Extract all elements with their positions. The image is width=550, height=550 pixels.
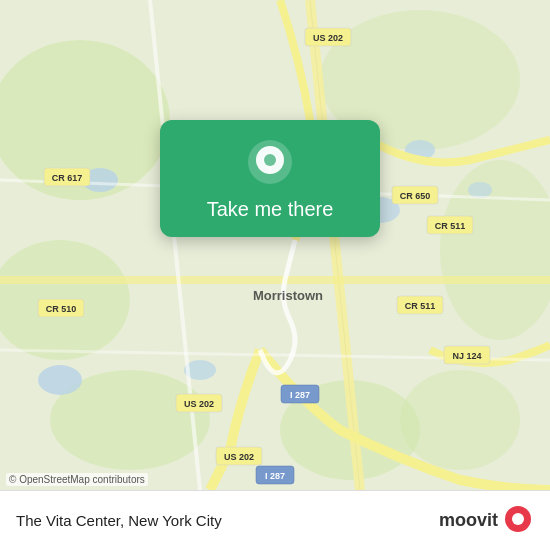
svg-text:I 287: I 287 [290, 390, 310, 400]
location-pin-icon [246, 138, 294, 186]
svg-text:CR 511: CR 511 [405, 301, 436, 311]
svg-point-9 [38, 365, 82, 395]
svg-point-47 [512, 513, 524, 525]
svg-text:NJ 124: NJ 124 [452, 351, 481, 361]
place-name: The Vita Center, New York City [16, 512, 222, 529]
svg-text:CR 617: CR 617 [52, 173, 83, 183]
svg-point-13 [468, 182, 492, 198]
map-container: US 202 US 202 US 202 CR 617 CR 510 CR 65… [0, 0, 550, 490]
take-me-there-card[interactable]: Take me there [160, 120, 380, 237]
moovit-icon [502, 505, 534, 537]
svg-point-7 [400, 370, 520, 470]
svg-text:Morristown: Morristown [253, 288, 323, 303]
svg-text:US 202: US 202 [184, 399, 214, 409]
svg-text:US 202: US 202 [313, 33, 343, 43]
svg-text:CR 650: CR 650 [400, 191, 431, 201]
svg-text:US 202: US 202 [224, 452, 254, 462]
moovit-logo-text: moovit [439, 510, 498, 531]
bottom-bar: The Vita Center, New York City moovit [0, 490, 550, 550]
card-label: Take me there [207, 198, 334, 221]
svg-text:I 287: I 287 [265, 471, 285, 481]
svg-text:CR 511: CR 511 [435, 221, 466, 231]
moovit-logo: moovit [439, 505, 534, 537]
svg-text:CR 510: CR 510 [46, 304, 77, 314]
map-copyright: © OpenStreetMap contributors [6, 473, 148, 486]
